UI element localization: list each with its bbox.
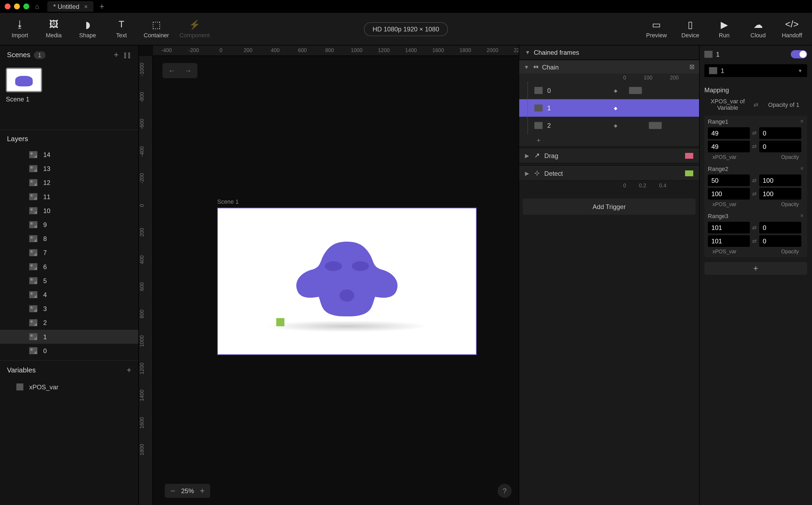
scene-thumbnail[interactable] <box>6 67 42 92</box>
tool-label: Device <box>681 32 699 39</box>
range-from-end-input[interactable] <box>708 141 750 152</box>
range-from-start-input[interactable] <box>708 222 750 234</box>
timeline-bar[interactable] <box>636 105 651 111</box>
keyframe-marker-icon: ◆ <box>614 106 617 111</box>
scenes-header: Scenes 1 + ⫿⫿ <box>0 46 138 64</box>
layer-row[interactable]: 1 <box>0 330 138 344</box>
add-range-button[interactable]: + <box>704 262 807 275</box>
remove-range-icon[interactable]: × <box>800 212 804 219</box>
ruler-tick: 2000 <box>479 46 506 55</box>
layer-row[interactable]: 11 <box>0 190 138 204</box>
resolution-selector[interactable]: HD 1080p 1920 × 1080 <box>364 22 448 36</box>
ruler-tick: 200 <box>235 46 262 55</box>
tool-label: Handoff <box>782 32 802 39</box>
scenes-title: Scenes <box>7 51 30 59</box>
shape-tool[interactable]: ◗Shape <box>76 19 99 39</box>
layer-row[interactable]: 6 <box>0 260 138 274</box>
range-to-end-input[interactable] <box>759 141 802 152</box>
handoff-tool[interactable]: </>Handoff <box>780 19 804 39</box>
container-tool[interactable]: ⬚Container <box>144 19 169 39</box>
frame-label: 1 <box>547 105 551 111</box>
image-layer-icon <box>29 263 37 270</box>
ruler-tick: 1600 <box>424 46 452 55</box>
layer-name: 8 <box>43 235 47 242</box>
add-variable-button[interactable]: + <box>127 365 132 375</box>
layer-row[interactable]: 3 <box>0 302 138 316</box>
add-trigger-button[interactable]: Add Trigger <box>523 199 696 215</box>
triggers-panel-header[interactable]: ▼ Chained frames <box>519 46 699 60</box>
nav-forward-icon[interactable]: → <box>182 65 194 76</box>
variable-row[interactable]: xPOS_var <box>0 379 138 395</box>
add-chain-frame-button[interactable]: + <box>519 134 699 146</box>
layer-row[interactable]: 10 <box>0 204 138 218</box>
remove-range-icon[interactable]: × <box>800 118 804 124</box>
new-tab-button[interactable]: + <box>99 2 104 11</box>
layer-row[interactable]: 14 <box>0 148 138 162</box>
home-icon[interactable]: ⌂ <box>35 2 39 10</box>
range-to-end-input[interactable] <box>759 188 802 200</box>
layer-row[interactable]: 0 <box>0 344 138 358</box>
layer-row[interactable]: 4 <box>0 288 138 302</box>
timeline-bar[interactable] <box>649 122 662 129</box>
tool-label: Import <box>12 32 28 39</box>
import-tool[interactable]: ⭳Import <box>8 19 31 39</box>
layer-row[interactable]: 12 <box>0 176 138 190</box>
nav-back-icon[interactable]: ← <box>166 65 178 76</box>
cloud-tool[interactable]: ☁Cloud <box>747 19 770 39</box>
range-to-end-input[interactable] <box>759 235 802 247</box>
range-from-start-input[interactable] <box>708 174 750 186</box>
minimize-window-icon[interactable] <box>14 3 20 9</box>
target-select[interactable]: 1 ▼ <box>704 64 807 77</box>
zoom-in-button[interactable]: + <box>200 486 205 496</box>
left-sidebar: Scenes 1 + ⫿⫿ Scene 1 Layers 14131211109… <box>0 46 139 505</box>
remove-range-icon[interactable]: × <box>800 165 804 172</box>
add-scene-button[interactable]: + <box>114 50 119 59</box>
maximize-window-icon[interactable] <box>23 3 29 9</box>
media-tool[interactable]: 🖼Media <box>42 19 65 39</box>
scene-options-icon[interactable]: ⫿⫿ <box>123 50 131 59</box>
text-icon: T <box>119 19 124 30</box>
remove-chain-icon[interactable]: ⊠ <box>689 63 695 70</box>
layer-row[interactable]: 8 <box>0 231 138 245</box>
close-tab-icon[interactable]: × <box>84 3 88 10</box>
device-tool[interactable]: ▯Device <box>679 19 702 39</box>
chain-frame-row[interactable]: 1◆ <box>519 99 699 117</box>
zoom-out-button[interactable]: − <box>170 486 175 496</box>
timeline-bar[interactable] <box>629 87 642 94</box>
drag-trigger-row[interactable]: ▶ ↗ Drag <box>519 148 699 163</box>
chain-header[interactable]: ▼ ⇔ Chain ⊠ <box>519 60 699 73</box>
shape-icon: ◗ <box>86 19 90 30</box>
preview-tool[interactable]: ▭Preview <box>645 19 668 39</box>
layer-name: 12 <box>43 179 50 186</box>
detect-trigger-row[interactable]: ▶ ⊹ Detect <box>519 165 699 181</box>
tool-label: Container <box>144 32 169 39</box>
layer-row[interactable]: 9 <box>0 218 138 231</box>
scene-canvas[interactable] <box>217 208 477 355</box>
close-window-icon[interactable] <box>5 3 10 9</box>
range-from-start-input[interactable] <box>708 127 750 139</box>
mapping-section-title: Mapping <box>704 87 807 94</box>
range-from-end-input[interactable] <box>708 188 750 200</box>
range-to-start-input[interactable] <box>759 222 802 234</box>
layer-row[interactable]: 5 <box>0 274 138 288</box>
range-to-start-input[interactable] <box>759 127 802 139</box>
tool-label: Component <box>180 32 210 39</box>
chain-frame-row[interactable]: 0◆ <box>519 82 699 99</box>
range-to-start-input[interactable] <box>759 174 802 186</box>
document-tab[interactable]: * Untitled × <box>47 1 94 12</box>
ruler-vertical: -1000-800-600-400-2000200400600800100012… <box>139 56 153 505</box>
timeline-tick: 200 <box>670 74 679 80</box>
scene-frame[interactable]: Scene 1 <box>217 208 477 355</box>
layer-row[interactable]: 7 <box>0 246 138 260</box>
run-tool[interactable]: ▶Run <box>713 19 736 39</box>
canvas-area[interactable]: -400-20002004006008001000120014001600180… <box>139 46 519 505</box>
document-tab-label: * Untitled <box>53 3 79 10</box>
layer-row[interactable]: 2 <box>0 316 138 330</box>
range-from-end-input[interactable] <box>708 235 750 247</box>
enable-toggle[interactable] <box>791 50 807 58</box>
help-button[interactable]: ? <box>498 484 512 498</box>
text-tool[interactable]: TText <box>110 19 133 39</box>
mapping-from-label: XPOS_var of Variable <box>704 98 751 111</box>
layer-name: 2 <box>43 319 47 326</box>
chain-frame-row[interactable]: 2◆ <box>519 117 699 134</box>
